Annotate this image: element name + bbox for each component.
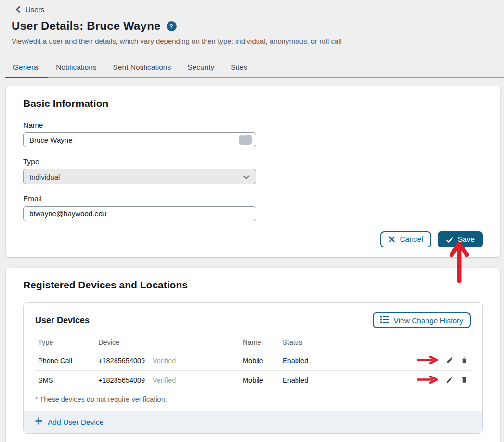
breadcrumb-back-users[interactable]: Users xyxy=(15,4,492,14)
col-header-actions xyxy=(412,338,471,347)
trash-icon xyxy=(461,376,468,385)
device-verification: Verified xyxy=(150,371,240,390)
add-user-device-button[interactable]: Add User Device xyxy=(35,417,103,427)
device-number: +18285654009 xyxy=(95,371,150,390)
device-row-phone-call: Phone Call +18285654009 Verified Mobile … xyxy=(35,351,471,371)
plus-icon xyxy=(35,417,42,427)
tab-bar: General Notifications Sent Notifications… xyxy=(5,59,504,78)
view-change-history-label: View Change History xyxy=(394,316,463,325)
type-select[interactable]: Individual xyxy=(23,169,256,184)
trash-icon xyxy=(461,356,468,365)
name-field-group: Name ⋯｜ xyxy=(23,121,256,147)
page-title: User Details: Bruce Wayne xyxy=(12,19,161,33)
chevron-left-icon xyxy=(15,6,21,13)
cancel-button[interactable]: Cancel xyxy=(380,231,431,247)
col-header-verification xyxy=(150,338,240,347)
tab-notifications[interactable]: Notifications xyxy=(48,59,104,77)
save-button[interactable]: Save xyxy=(438,231,483,247)
col-header-type: Type xyxy=(35,334,95,351)
device-row-sms: SMS +18285654009 Verified Mobile Enabled xyxy=(35,371,471,390)
cancel-button-label: Cancel xyxy=(400,235,423,244)
edit-device-button[interactable] xyxy=(446,376,453,385)
table-header-row: Type Device Name Status xyxy=(35,334,471,351)
col-header-device: Device xyxy=(95,334,150,351)
device-status: Enabled xyxy=(280,351,412,370)
user-devices-card: User Devices View Change History Type De… xyxy=(23,302,483,434)
device-name: Mobile xyxy=(240,351,280,370)
tab-sites[interactable]: Sites xyxy=(222,59,255,77)
tab-general[interactable]: General xyxy=(5,59,48,77)
registered-devices-heading: Registered Devices and Locations xyxy=(23,279,483,291)
device-name: Mobile xyxy=(240,371,280,390)
edit-device-button[interactable] xyxy=(446,356,453,365)
autofill-ellipsis-icon[interactable]: ⋯｜ xyxy=(239,135,252,145)
type-select-value: Individual xyxy=(29,173,60,181)
type-field-group: Type Individual xyxy=(23,157,256,184)
x-icon xyxy=(388,236,395,243)
check-icon xyxy=(446,236,453,243)
basic-information-card: Basic Information Name ⋯｜ Type Individua… xyxy=(6,86,500,257)
device-type: SMS xyxy=(35,371,95,390)
pencil-icon xyxy=(446,376,453,385)
page-subtitle: View/edit a user and their details, whic… xyxy=(12,37,492,45)
verification-footnote: * These devices do not require verificat… xyxy=(35,390,471,411)
annotation-arrow-right-edit xyxy=(416,376,439,386)
device-type: Phone Call xyxy=(35,351,95,370)
add-user-device-label: Add User Device xyxy=(48,418,103,427)
basic-information-heading: Basic Information xyxy=(23,98,483,109)
col-header-status: Status xyxy=(280,334,412,351)
device-number: +18285654009 xyxy=(95,351,150,370)
name-input[interactable] xyxy=(23,132,256,147)
col-header-name: Name xyxy=(240,334,280,351)
list-icon xyxy=(380,316,389,325)
email-label: Email xyxy=(23,195,256,203)
email-field-group: Email xyxy=(23,195,256,221)
registered-devices-card: Registered Devices and Locations User De… xyxy=(6,268,500,442)
pencil-icon xyxy=(446,356,453,365)
breadcrumb-label: Users xyxy=(26,5,44,13)
tab-sent-notifications[interactable]: Sent Notifications xyxy=(105,59,180,77)
annotation-arrow-right-edit xyxy=(416,356,439,366)
chevron-down-icon xyxy=(243,173,250,181)
view-change-history-button[interactable]: View Change History xyxy=(373,312,471,328)
delete-device-button[interactable] xyxy=(461,356,468,365)
device-status: Enabled xyxy=(280,371,412,390)
user-devices-title: User Devices xyxy=(35,315,90,325)
user-devices-table: Type Device Name Status Phone Call +1828… xyxy=(35,334,471,390)
type-label: Type xyxy=(23,157,256,166)
email-input[interactable] xyxy=(23,206,256,221)
name-label: Name xyxy=(23,121,256,130)
page-header: Users User Details: Bruce Wayne ? View/e… xyxy=(0,0,504,45)
tab-security[interactable]: Security xyxy=(179,59,222,77)
delete-device-button[interactable] xyxy=(461,376,468,385)
device-verification: Verified xyxy=(150,351,240,370)
add-device-footer: Add User Device xyxy=(24,411,482,433)
help-icon[interactable]: ? xyxy=(167,21,177,31)
save-button-label: Save xyxy=(458,235,475,244)
